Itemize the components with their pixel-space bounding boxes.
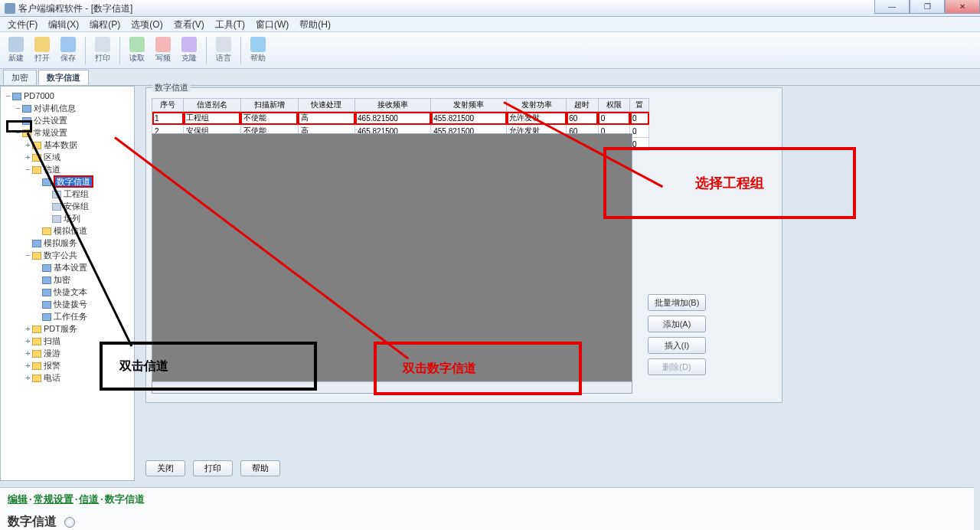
title-bar: 客户端编程软件 - [数字信道] — ❐ ✕ (0, 0, 980, 17)
tree-node[interactable]: −信道 (4, 163, 131, 175)
tree-node[interactable]: 工作任务 (4, 310, 131, 322)
toolbar-label: 帮助 (250, 53, 266, 64)
menu-item[interactable]: 窗口(W) (251, 17, 293, 31)
close-button[interactable]: ✕ (945, 0, 980, 14)
tree-node-label: 报警 (44, 361, 60, 370)
table-header[interactable]: 接收频率 (355, 99, 431, 112)
breadcrumb-link[interactable]: 常规设置 (34, 493, 74, 505)
table-header[interactable]: 序号 (152, 99, 184, 112)
tree-node[interactable]: 数字信道 (4, 175, 131, 188)
tree-node[interactable]: +PDT服务 (4, 322, 131, 335)
tree-node-label: PDT服务 (44, 324, 77, 333)
toolbar-separator (119, 37, 120, 64)
table-cell[interactable]: 0 (598, 112, 629, 125)
folder-icon (32, 240, 41, 247)
table-cell[interactable]: 不使能 (240, 112, 298, 125)
menu-item[interactable]: 编辑(X) (44, 17, 83, 31)
tree-node[interactable]: +区域 (4, 151, 131, 163)
toolbar-icon (216, 37, 231, 52)
menu-item[interactable]: 文件(F) (3, 17, 42, 31)
table-header[interactable]: 权限 (598, 99, 629, 112)
table-cell[interactable]: 高 (298, 112, 355, 125)
footer-button[interactable]: 关闭 (145, 460, 185, 476)
tree-pane[interactable]: −PD7000−对讲机信息公共设置−常规设置+基本数据+区域−信道数字信道工程组… (0, 86, 135, 481)
toolbar-button[interactable]: 写频 (152, 35, 175, 66)
document-tab[interactable]: 数字信道 (38, 70, 89, 85)
table-cell[interactable]: 465.821500 (355, 112, 431, 125)
minimize-button[interactable]: — (874, 0, 910, 14)
tree-twisty-icon[interactable]: + (24, 371, 32, 384)
tree-root[interactable]: −PD7000 (4, 90, 131, 102)
tree-node[interactable]: 加密 (4, 273, 131, 286)
toolbar-label: 打开 (34, 53, 50, 64)
toolbar-button[interactable]: 克隆 (178, 35, 201, 66)
tree-node[interactable]: 模拟信道 (4, 224, 131, 237)
toolbar-button[interactable]: 语言 (212, 35, 235, 66)
tree-node-label: 快捷文本 (54, 287, 87, 296)
table-cell[interactable]: 60 (567, 112, 598, 125)
tree-node[interactable]: 安保组 (4, 200, 131, 212)
menu-item[interactable]: 编程(P) (85, 17, 125, 31)
toolbar-button[interactable]: 打开 (31, 35, 54, 66)
document-tab[interactable]: 加密 (3, 70, 37, 85)
tree-node[interactable]: 快捷文本 (4, 286, 131, 298)
tree-node[interactable]: −数字公共 (4, 249, 131, 261)
tree-twisty-icon[interactable]: − (14, 102, 22, 114)
table-header[interactable]: 发射频率 (431, 99, 507, 112)
folder-icon (22, 105, 31, 113)
maximize-button[interactable]: ❐ (910, 0, 945, 14)
breadcrumb-link[interactable]: 信道 (79, 493, 99, 505)
tree-node[interactable]: 基本设置 (4, 261, 131, 273)
footer-button[interactable]: 打印 (193, 460, 233, 476)
tree-twisty-icon[interactable]: + (24, 347, 32, 359)
toolbar-icon (250, 37, 266, 52)
toolbar-button[interactable]: 打印 (91, 35, 114, 66)
breadcrumb-link[interactable]: 编辑 (8, 493, 28, 505)
toolbar-icon (34, 37, 50, 52)
toolbar-button[interactable]: 保存 (57, 35, 80, 66)
tree-node[interactable]: 工程组 (4, 188, 131, 200)
tree-twisty-icon[interactable]: − (24, 163, 32, 175)
table-row[interactable]: 1工程组不使能高465.821500455.821500允许发射6000 (152, 112, 649, 125)
toolbar-button[interactable]: 帮助 (247, 35, 270, 66)
tree-node-label: 快捷拨号 (54, 299, 87, 309)
breadcrumb-separator: · (29, 493, 32, 505)
toolbar-separator (240, 37, 241, 64)
folder-icon (52, 203, 61, 211)
tree-node[interactable]: +基本数据 (4, 139, 131, 151)
table-header[interactable]: 信道别名 (184, 99, 241, 112)
table-cell[interactable]: 0 (630, 125, 649, 138)
menu-item[interactable]: 帮助(H) (295, 17, 335, 31)
table-cell[interactable]: 1 (152, 112, 184, 125)
table-header[interactable]: 快速处理 (298, 99, 355, 112)
table-header[interactable]: 扫描新增 (240, 99, 298, 112)
tree-twisty-icon[interactable]: + (24, 322, 32, 335)
side-button[interactable]: 添加(A) (648, 316, 706, 332)
toolbar-button[interactable]: 新建 (5, 35, 28, 66)
tree-twisty-icon[interactable]: − (24, 249, 32, 261)
tree-node[interactable]: 模拟服务 (4, 237, 131, 249)
main-area: −PD7000−对讲机信息公共设置−常规设置+基本数据+区域−信道数字信道工程组… (0, 86, 980, 481)
table-cell[interactable]: 0 (630, 112, 649, 125)
tree-twisty-icon[interactable]: + (24, 359, 32, 371)
tree-twisty-icon[interactable]: + (24, 335, 32, 347)
toolbar-button[interactable]: 读取 (126, 35, 149, 66)
tree-node-label: 安保组 (64, 201, 89, 211)
menu-item[interactable]: 工具(T) (211, 17, 250, 31)
menu-bar: 文件(F)编辑(X)编程(P)选项(O)查看(V)工具(T)窗口(W)帮助(H) (0, 17, 980, 32)
breadcrumb[interactable]: 编辑·常规设置·信道·数字信道 (8, 492, 966, 506)
table-cell[interactable]: 455.821500 (431, 112, 507, 125)
breadcrumb-separator: · (100, 493, 103, 505)
side-button[interactable]: 插入(I) (648, 337, 706, 354)
table-cell[interactable]: 工程组 (184, 112, 241, 125)
side-button-group: 批量增加(B)添加(A)插入(I)删除(D) (648, 294, 706, 375)
table-header[interactable]: 置 (630, 99, 649, 112)
expand-icon[interactable] (64, 517, 75, 528)
menu-item[interactable]: 查看(V) (169, 17, 209, 31)
tree-twisty-icon[interactable]: + (24, 151, 32, 163)
side-button[interactable]: 批量增加(B) (648, 294, 706, 311)
menu-item[interactable]: 选项(O) (126, 17, 167, 31)
footer-button[interactable]: 帮助 (240, 460, 280, 476)
table-header[interactable]: 超时 (567, 99, 598, 112)
tree-node[interactable]: −对讲机信息 (4, 102, 131, 114)
